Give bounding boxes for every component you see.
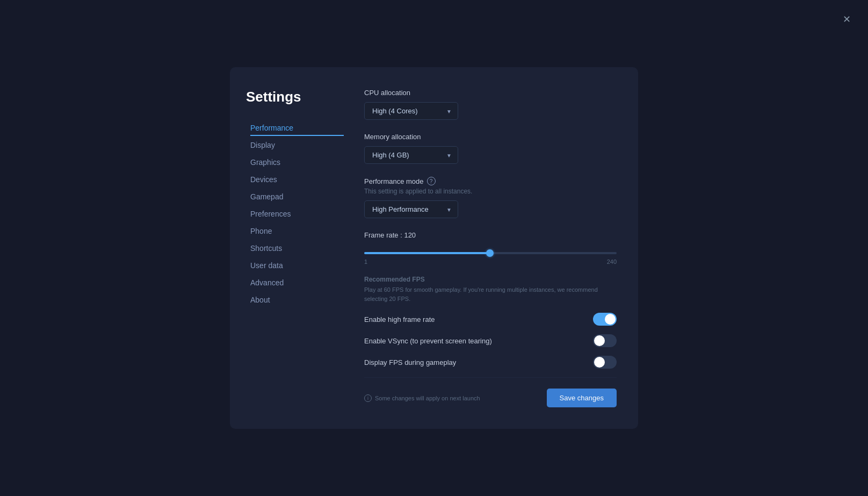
frame-rate-label: Frame rate : 120 xyxy=(364,231,617,239)
frame-rate-slider[interactable] xyxy=(364,252,617,254)
sidebar-item-display[interactable]: Display xyxy=(246,138,348,153)
slider-labels: 1 240 xyxy=(364,258,617,265)
cpu-allocation-select[interactable]: Low (1 Core)Medium (2 Cores)High (4 Core… xyxy=(364,102,458,120)
slider-max-label: 240 xyxy=(607,258,617,265)
footer-note-icon: i xyxy=(364,394,372,402)
memory-allocation-section: Memory allocation Low (1 GB)Medium (2 GB… xyxy=(364,133,617,164)
toggle-knob-high-frame-rate xyxy=(605,314,616,325)
sidebar-item-user-data[interactable]: User data xyxy=(246,258,348,273)
main-content: CPU allocation Low (1 Core)Medium (2 Cor… xyxy=(348,89,638,407)
sidebar-item-phone[interactable]: Phone xyxy=(246,224,348,239)
performance-mode-wrapper: BalancedHigh PerformanceUltra Performanc… xyxy=(364,200,458,218)
sidebar-item-performance[interactable]: Performance xyxy=(246,120,348,135)
toggle-label-high-frame-rate: Enable high frame rate xyxy=(364,315,435,324)
sidebar-item-shortcuts[interactable]: Shortcuts xyxy=(246,241,348,256)
toggle-knob-vsync xyxy=(594,335,605,346)
toggle-high-frame-rate[interactable] xyxy=(593,313,617,326)
save-changes-button[interactable]: Save changes xyxy=(547,389,617,407)
memory-allocation-select[interactable]: Low (1 GB)Medium (2 GB)High (4 GB)Ultra … xyxy=(364,146,458,164)
toggle-display-fps[interactable] xyxy=(593,356,617,369)
memory-allocation-label: Memory allocation xyxy=(364,133,617,141)
performance-mode-select[interactable]: BalancedHigh PerformanceUltra Performanc… xyxy=(364,200,458,218)
toggle-vsync[interactable] xyxy=(593,334,617,347)
footer-note: i Some changes will apply on next launch xyxy=(364,394,480,402)
toggle-label-display-fps: Display FPS during gameplay xyxy=(364,358,456,366)
settings-title: Settings xyxy=(246,89,348,105)
recommended-fps-section: Recommended FPS Play at 60 FPS for smoot… xyxy=(364,276,617,313)
close-icon: ✕ xyxy=(843,13,851,25)
toggle-knob-display-fps xyxy=(594,357,605,368)
sidebar-item-graphics[interactable]: Graphics xyxy=(246,155,348,170)
sidebar-item-gamepad[interactable]: Gamepad xyxy=(246,189,348,204)
toggle-row-high-frame-rate: Enable high frame rate xyxy=(364,313,617,326)
cpu-allocation-section: CPU allocation Low (1 Core)Medium (2 Cor… xyxy=(364,89,617,120)
close-button[interactable]: ✕ xyxy=(838,11,855,28)
sidebar-item-about[interactable]: About xyxy=(246,292,348,307)
performance-mode-label: Performance mode xyxy=(364,177,424,185)
sidebar-item-devices[interactable]: Devices xyxy=(246,172,348,187)
recommended-fps-description: Play at 60 FPS for smooth gameplay. If y… xyxy=(364,285,617,303)
memory-allocation-wrapper: Low (1 GB)Medium (2 GB)High (4 GB)Ultra … xyxy=(364,146,458,164)
frame-rate-section: Frame rate : 120 1 240 xyxy=(364,231,617,265)
toggle-row-display-fps: Display FPS during gameplay xyxy=(364,356,617,369)
recommended-fps-title: Recommended FPS xyxy=(364,276,617,283)
performance-mode-note: This setting is applied to all instances… xyxy=(364,188,617,195)
sidebar: Settings PerformanceDisplayGraphicsDevic… xyxy=(230,89,348,407)
toggle-label-vsync: Enable VSync (to prevent screen tearing) xyxy=(364,337,492,345)
settings-dialog: Settings PerformanceDisplayGraphicsDevic… xyxy=(230,67,638,429)
performance-mode-header: Performance mode ? xyxy=(364,177,617,185)
sidebar-item-advanced[interactable]: Advanced xyxy=(246,275,348,290)
toggles-section: Enable high frame rateEnable VSync (to p… xyxy=(364,313,617,377)
performance-mode-help-icon[interactable]: ? xyxy=(427,177,436,185)
footer: i Some changes will apply on next launch… xyxy=(364,377,617,407)
cpu-allocation-label: CPU allocation xyxy=(364,89,617,97)
toggle-row-vsync: Enable VSync (to prevent screen tearing) xyxy=(364,334,617,347)
nav-list: PerformanceDisplayGraphicsDevicesGamepad… xyxy=(246,120,348,307)
footer-note-text: Some changes will apply on next launch xyxy=(375,395,480,401)
performance-mode-section: Performance mode ? This setting is appli… xyxy=(364,177,617,218)
sidebar-item-preferences[interactable]: Preferences xyxy=(246,206,348,221)
cpu-allocation-wrapper: Low (1 Core)Medium (2 Cores)High (4 Core… xyxy=(364,102,458,120)
slider-min-label: 1 xyxy=(364,258,367,265)
